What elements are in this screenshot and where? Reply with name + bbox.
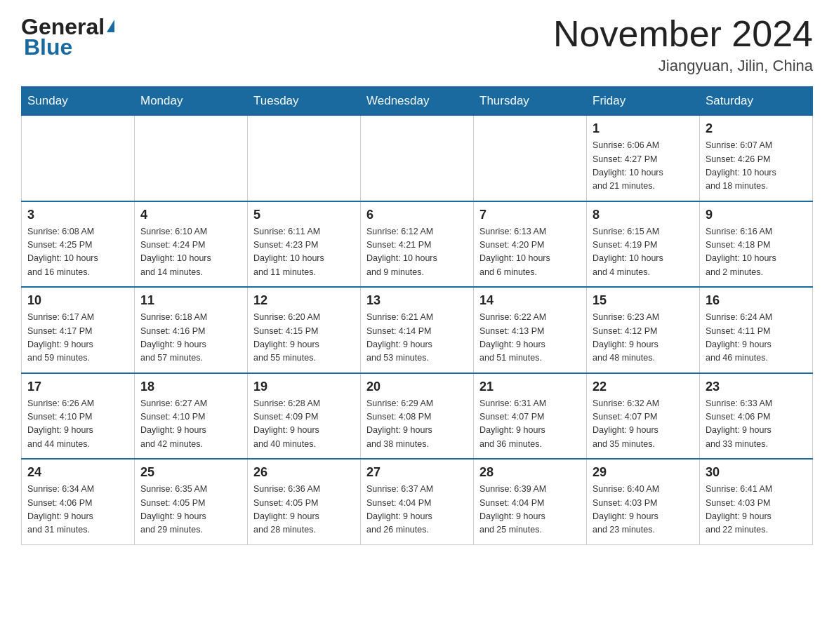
- logo: General Blue: [21, 14, 114, 60]
- day-info: Sunrise: 6:12 AMSunset: 4:21 PMDaylight:…: [366, 225, 468, 280]
- calendar-cell: [361, 116, 474, 201]
- day-number: 4: [140, 208, 241, 222]
- day-number: 11: [140, 293, 241, 308]
- calendar-cell: 1Sunrise: 6:06 AMSunset: 4:27 PMDaylight…: [587, 116, 700, 201]
- day-info: Sunrise: 6:18 AMSunset: 4:16 PMDaylight:…: [140, 311, 241, 365]
- day-number: 18: [140, 380, 241, 394]
- day-number: 17: [27, 380, 128, 394]
- weekday-header: Wednesday: [361, 87, 474, 116]
- weekday-header: Monday: [135, 87, 248, 116]
- day-number: 1: [593, 121, 694, 136]
- day-info: Sunrise: 6:24 AMSunset: 4:11 PMDaylight:…: [706, 311, 807, 365]
- day-number: 13: [366, 293, 468, 308]
- calendar-cell: 20Sunrise: 6:29 AMSunset: 4:08 PMDayligh…: [361, 373, 474, 459]
- day-number: 21: [479, 380, 581, 394]
- calendar-cell: 19Sunrise: 6:28 AMSunset: 4:09 PMDayligh…: [248, 373, 361, 459]
- day-info: Sunrise: 6:07 AMSunset: 4:26 PMDaylight:…: [706, 139, 807, 194]
- calendar-cell: 25Sunrise: 6:35 AMSunset: 4:05 PMDayligh…: [135, 459, 248, 544]
- calendar-cell: 16Sunrise: 6:24 AMSunset: 4:11 PMDayligh…: [700, 287, 813, 373]
- day-number: 29: [593, 465, 694, 480]
- day-info: Sunrise: 6:33 AMSunset: 4:06 PMDaylight:…: [706, 397, 807, 452]
- calendar-cell: [22, 116, 135, 201]
- day-number: 25: [140, 465, 241, 480]
- day-info: Sunrise: 6:26 AMSunset: 4:10 PMDaylight:…: [27, 397, 128, 452]
- logo-blue-text: Blue: [21, 34, 72, 60]
- day-number: 16: [706, 293, 807, 308]
- logo-triangle-icon: [107, 20, 114, 32]
- day-info: Sunrise: 6:39 AMSunset: 4:04 PMDaylight:…: [479, 483, 581, 537]
- day-info: Sunrise: 6:40 AMSunset: 4:03 PMDaylight:…: [593, 483, 694, 537]
- day-number: 22: [593, 380, 694, 394]
- day-number: 3: [27, 208, 128, 222]
- day-number: 12: [253, 293, 355, 308]
- calendar-cell: 2Sunrise: 6:07 AMSunset: 4:26 PMDaylight…: [700, 116, 813, 201]
- day-info: Sunrise: 6:08 AMSunset: 4:25 PMDaylight:…: [27, 225, 128, 280]
- calendar-cell: 12Sunrise: 6:20 AMSunset: 4:15 PMDayligh…: [248, 287, 361, 373]
- day-info: Sunrise: 6:29 AMSunset: 4:08 PMDaylight:…: [366, 397, 468, 452]
- day-number: 8: [593, 208, 694, 222]
- calendar-cell: 18Sunrise: 6:27 AMSunset: 4:10 PMDayligh…: [135, 373, 248, 459]
- weekday-header: Tuesday: [248, 87, 361, 116]
- day-number: 7: [479, 208, 581, 222]
- day-number: 20: [366, 380, 468, 394]
- day-number: 27: [366, 465, 468, 480]
- day-info: Sunrise: 6:41 AMSunset: 4:03 PMDaylight:…: [706, 483, 807, 537]
- day-number: 30: [706, 465, 807, 480]
- calendar-cell: 5Sunrise: 6:11 AMSunset: 4:23 PMDaylight…: [248, 201, 361, 288]
- day-info: Sunrise: 6:20 AMSunset: 4:15 PMDaylight:…: [253, 311, 355, 365]
- day-info: Sunrise: 6:34 AMSunset: 4:06 PMDaylight:…: [27, 483, 128, 537]
- day-info: Sunrise: 6:17 AMSunset: 4:17 PMDaylight:…: [27, 311, 128, 365]
- day-number: 10: [27, 293, 128, 308]
- calendar-cell: 22Sunrise: 6:32 AMSunset: 4:07 PMDayligh…: [587, 373, 700, 459]
- calendar-cell: 11Sunrise: 6:18 AMSunset: 4:16 PMDayligh…: [135, 287, 248, 373]
- calendar-cell: 26Sunrise: 6:36 AMSunset: 4:05 PMDayligh…: [248, 459, 361, 544]
- calendar-cell: 9Sunrise: 6:16 AMSunset: 4:18 PMDaylight…: [700, 201, 813, 288]
- day-number: 19: [253, 380, 355, 394]
- day-info: Sunrise: 6:11 AMSunset: 4:23 PMDaylight:…: [253, 225, 355, 280]
- calendar-cell: 6Sunrise: 6:12 AMSunset: 4:21 PMDaylight…: [361, 201, 474, 288]
- calendar-cell: 23Sunrise: 6:33 AMSunset: 4:06 PMDayligh…: [700, 373, 813, 459]
- header: General Blue November 2024 Jiangyuan, Ji…: [21, 14, 813, 75]
- day-info: Sunrise: 6:13 AMSunset: 4:20 PMDaylight:…: [479, 225, 581, 280]
- title-area: November 2024 Jiangyuan, Jilin, China: [553, 14, 813, 75]
- calendar-cell: [248, 116, 361, 201]
- day-number: 26: [253, 465, 355, 480]
- day-info: Sunrise: 6:27 AMSunset: 4:10 PMDaylight:…: [140, 397, 241, 452]
- day-info: Sunrise: 6:31 AMSunset: 4:07 PMDaylight:…: [479, 397, 581, 452]
- weekday-header: Saturday: [700, 87, 813, 116]
- month-title: November 2024: [553, 14, 813, 54]
- calendar-cell: 17Sunrise: 6:26 AMSunset: 4:10 PMDayligh…: [22, 373, 135, 459]
- calendar-cell: 28Sunrise: 6:39 AMSunset: 4:04 PMDayligh…: [474, 459, 587, 544]
- day-info: Sunrise: 6:35 AMSunset: 4:05 PMDaylight:…: [140, 483, 241, 537]
- calendar-cell: 29Sunrise: 6:40 AMSunset: 4:03 PMDayligh…: [587, 459, 700, 544]
- day-info: Sunrise: 6:22 AMSunset: 4:13 PMDaylight:…: [479, 311, 581, 365]
- day-number: 2: [706, 121, 807, 136]
- calendar-cell: 4Sunrise: 6:10 AMSunset: 4:24 PMDaylight…: [135, 201, 248, 288]
- weekday-header: Friday: [587, 87, 700, 116]
- calendar-cell: 14Sunrise: 6:22 AMSunset: 4:13 PMDayligh…: [474, 287, 587, 373]
- location-subtitle: Jiangyuan, Jilin, China: [553, 57, 813, 75]
- calendar-cell: 30Sunrise: 6:41 AMSunset: 4:03 PMDayligh…: [700, 459, 813, 544]
- calendar-table: SundayMondayTuesdayWednesdayThursdayFrid…: [21, 86, 813, 545]
- day-info: Sunrise: 6:10 AMSunset: 4:24 PMDaylight:…: [140, 225, 241, 280]
- day-info: Sunrise: 6:15 AMSunset: 4:19 PMDaylight:…: [593, 225, 694, 280]
- calendar-cell: 21Sunrise: 6:31 AMSunset: 4:07 PMDayligh…: [474, 373, 587, 459]
- day-number: 15: [593, 293, 694, 308]
- day-number: 5: [253, 208, 355, 222]
- day-info: Sunrise: 6:36 AMSunset: 4:05 PMDaylight:…: [253, 483, 355, 537]
- calendar-cell: 10Sunrise: 6:17 AMSunset: 4:17 PMDayligh…: [22, 287, 135, 373]
- calendar-cell: 3Sunrise: 6:08 AMSunset: 4:25 PMDaylight…: [22, 201, 135, 288]
- day-info: Sunrise: 6:06 AMSunset: 4:27 PMDaylight:…: [593, 139, 694, 194]
- day-info: Sunrise: 6:16 AMSunset: 4:18 PMDaylight:…: [706, 225, 807, 280]
- calendar-cell: 27Sunrise: 6:37 AMSunset: 4:04 PMDayligh…: [361, 459, 474, 544]
- weekday-header: Thursday: [474, 87, 587, 116]
- calendar-cell: 13Sunrise: 6:21 AMSunset: 4:14 PMDayligh…: [361, 287, 474, 373]
- calendar-cell: 15Sunrise: 6:23 AMSunset: 4:12 PMDayligh…: [587, 287, 700, 373]
- weekday-header: Sunday: [22, 87, 135, 116]
- day-info: Sunrise: 6:32 AMSunset: 4:07 PMDaylight:…: [593, 397, 694, 452]
- day-number: 23: [706, 380, 807, 394]
- day-number: 6: [366, 208, 468, 222]
- calendar-cell: 7Sunrise: 6:13 AMSunset: 4:20 PMDaylight…: [474, 201, 587, 288]
- day-number: 24: [27, 465, 128, 480]
- day-number: 14: [479, 293, 581, 308]
